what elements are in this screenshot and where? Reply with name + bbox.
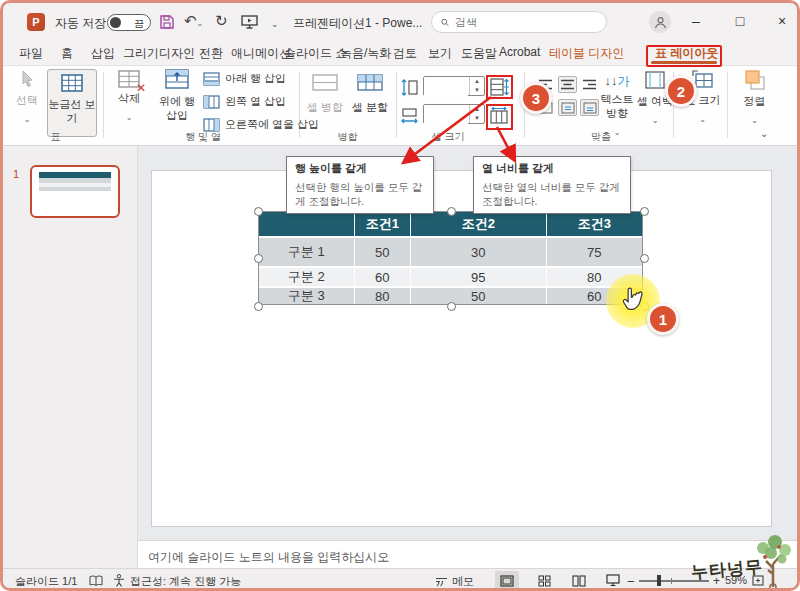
normal-view-icon xyxy=(500,575,514,587)
cursor-arrow-icon xyxy=(20,70,35,90)
merge-cells-button[interactable]: 셀 병합 xyxy=(304,74,346,115)
tab-help[interactable]: 도움말 xyxy=(461,45,497,62)
redo-icon[interactable]: ↻ xyxy=(215,13,228,29)
select-button[interactable]: 선택 ⌄ xyxy=(11,70,43,126)
column-width-input[interactable] xyxy=(424,106,468,124)
table-cell[interactable]: 30 xyxy=(410,238,545,266)
delete-button[interactable]: ✕ 삭제 ⌄ xyxy=(108,70,150,124)
table-cell[interactable]: 75 xyxy=(546,238,643,266)
account-button[interactable] xyxy=(649,11,671,33)
tab-transitions[interactable]: 전환 xyxy=(199,45,223,62)
row-height-icon xyxy=(401,79,418,96)
tooltip-body: 선택한 행의 높이를 모두 같게 조절합니다. xyxy=(295,180,425,208)
title-bar: P 자동 저장 끔 ↶⌄ ↻ ⌄ 프레젠테이션1 - Powe... xyxy=(3,3,797,41)
table-cell[interactable]: 구분 2 xyxy=(259,268,354,286)
align-center-button[interactable] xyxy=(558,76,577,93)
annotation-box-distribute-columns xyxy=(486,104,513,130)
table-cell[interactable]: 60 xyxy=(354,268,411,286)
search-box[interactable] xyxy=(431,11,607,33)
arrange-button[interactable]: 정렬 ⌄ xyxy=(732,70,777,127)
tab-draw[interactable]: 그리기 xyxy=(123,45,159,62)
split-cells-button[interactable]: 셀 분할 xyxy=(349,74,391,115)
row-height-field[interactable]: ▲▼ xyxy=(423,76,485,96)
fit-to-window-icon[interactable] xyxy=(751,574,765,587)
table-cell[interactable]: 95 xyxy=(410,268,545,286)
insert-rows-above-button[interactable]: 위에 행 삽입 xyxy=(153,69,201,123)
zoom-out-icon[interactable]: − xyxy=(627,574,635,589)
slideshow-icon[interactable] xyxy=(241,15,258,29)
table-resize-handle[interactable] xyxy=(447,207,456,216)
table-resize-handle[interactable] xyxy=(254,254,263,263)
collapse-ribbon-icon[interactable]: ⌄ xyxy=(760,128,768,139)
view-gridlines-button[interactable]: 눈금선 보기 xyxy=(47,69,97,137)
tab-record[interactable]: 녹음/녹화 xyxy=(340,45,391,62)
notes-pane[interactable]: 여기에 슬라이드 노트의 내용을 입력하십시오 xyxy=(138,540,797,568)
close-button[interactable]: × xyxy=(767,9,797,33)
search-icon xyxy=(441,17,449,28)
maximize-button[interactable]: □ xyxy=(725,9,755,33)
insert-rows-below-button[interactable]: 아래 행 삽입 xyxy=(203,72,286,86)
autosave-state: 끔 xyxy=(134,17,144,31)
table-header-cell[interactable]: 조건1 xyxy=(354,212,411,236)
column-width-field[interactable]: ▲▼ xyxy=(423,104,485,124)
tab-table-design[interactable]: 테이블 디자인 xyxy=(549,45,624,62)
tab-slideshow[interactable]: 슬라이드 쇼 xyxy=(284,45,347,62)
accessibility-status[interactable]: 접근성: 계속 진행 가능 xyxy=(130,574,241,589)
insert-below-icon xyxy=(203,72,220,86)
table-resize-handle[interactable] xyxy=(640,254,649,263)
column-width-spinner-icons[interactable]: ▲▼ xyxy=(469,105,484,123)
autosave-toggle[interactable]: 끔 xyxy=(107,14,151,31)
zoom-level[interactable]: 59% xyxy=(725,574,747,586)
toggle-knob-icon xyxy=(110,17,121,28)
tab-animations[interactable]: 애니메이션 xyxy=(231,45,291,62)
align-middle-button[interactable] xyxy=(558,99,577,116)
cell-margins-icon xyxy=(645,71,665,89)
table-cell[interactable]: 50 xyxy=(410,288,545,304)
powerpoint-app-icon[interactable]: P xyxy=(27,13,45,31)
zoom-in-icon[interactable]: + xyxy=(713,574,720,588)
tab-review[interactable]: 검토 xyxy=(393,45,417,62)
table-resize-handle[interactable] xyxy=(640,207,649,216)
step-badge-2: 2 xyxy=(665,75,697,107)
reading-view-button[interactable] xyxy=(567,571,591,590)
group-label-rows-cols: 행 및 열 xyxy=(163,130,243,144)
undo-icon[interactable]: ↶⌄ xyxy=(184,13,203,32)
table-header-cell[interactable]: 조건2 xyxy=(410,212,545,236)
normal-view-button[interactable] xyxy=(495,571,519,590)
table-cell[interactable]: 구분 3 xyxy=(259,288,354,304)
spellcheck-book-icon[interactable] xyxy=(89,575,103,586)
group-label-table: 표 xyxy=(33,130,78,144)
slideshow-view-button[interactable] xyxy=(601,571,625,590)
tab-insert[interactable]: 삽입 xyxy=(91,45,115,62)
memo-button[interactable]: 메모 xyxy=(452,574,474,589)
accessibility-icon[interactable] xyxy=(113,574,125,587)
table-cell[interactable]: 구분 1 xyxy=(259,238,354,266)
table-header-cell[interactable]: 조건3 xyxy=(546,212,643,236)
search-input[interactable] xyxy=(455,16,597,28)
minimize-button[interactable]: – xyxy=(681,9,711,33)
row-height-input[interactable] xyxy=(424,78,468,96)
tab-home[interactable]: 홈 xyxy=(61,45,73,62)
table-resize-handle[interactable] xyxy=(254,207,263,216)
tab-acrobat[interactable]: Acrobat xyxy=(499,45,540,59)
save-icon[interactable] xyxy=(159,14,175,30)
zoom-slider-track[interactable] xyxy=(639,580,709,582)
table-cell[interactable]: 50 xyxy=(354,238,411,266)
table-header-cell[interactable] xyxy=(259,212,354,236)
slide-table[interactable]: 조건1 조건2 조건3 구분 1 50 30 75 구분 2 60 95 80 … xyxy=(258,211,643,305)
tab-file[interactable]: 파일 xyxy=(19,45,43,62)
annotation-box-table-layout-tab xyxy=(646,45,722,67)
table-resize-handle[interactable] xyxy=(254,302,263,311)
row-height-spinner-icons[interactable]: ▲▼ xyxy=(469,77,484,95)
slide-thumbnail[interactable] xyxy=(30,165,120,218)
person-icon xyxy=(654,16,667,29)
zoom-slider-thumb[interactable] xyxy=(657,575,661,586)
slide-sorter-view-button[interactable] xyxy=(532,571,556,590)
text-direction-button[interactable]: ↓↓가 텍스트 방향 ⌄ xyxy=(597,71,637,139)
tab-design[interactable]: 디자인 xyxy=(159,45,195,62)
qat-more-icon[interactable]: ⌄ xyxy=(271,19,279,29)
insert-columns-left-button[interactable]: 왼쪽 열 삽입 xyxy=(203,95,286,109)
table-resize-handle[interactable] xyxy=(447,302,456,311)
table-cell[interactable]: 80 xyxy=(354,288,411,304)
tab-view[interactable]: 보기 xyxy=(428,45,452,62)
